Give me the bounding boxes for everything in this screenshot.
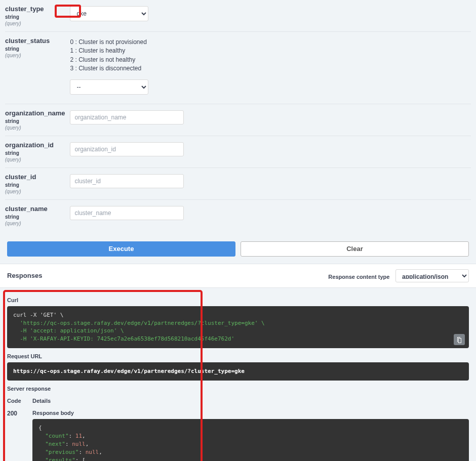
param-type: string [5, 214, 65, 220]
param-row-cluster_type: cluster_typestring(query)gke [5, 0, 471, 32]
param-description: 0 : Cluster is not provisioned1 : Cluste… [70, 38, 471, 73]
curl-heading: Curl [7, 297, 469, 303]
parameters-section: cluster_typestring(query)gkecluster_stat… [0, 0, 476, 236]
execute-button[interactable]: Execute [7, 241, 235, 257]
param-in: (query) [5, 221, 65, 226]
param-type: string [5, 14, 65, 20]
param-name: cluster_status [5, 37, 65, 45]
responses-header: Responses Response content type applicat… [0, 264, 476, 288]
response-code: 200 [7, 407, 32, 461]
param-in: (query) [5, 53, 65, 58]
cluster_id-input[interactable] [70, 174, 184, 188]
server-response-heading: Server response [7, 386, 469, 392]
content-type-select[interactable]: application/json [395, 269, 469, 282]
clear-button[interactable]: Clear [241, 241, 469, 257]
organization_name-input[interactable] [70, 110, 184, 124]
copy-curl-icon[interactable] [454, 334, 465, 345]
param-name: cluster_name [5, 205, 65, 213]
param-row-cluster_name: cluster_namestring(query) [5, 199, 471, 231]
code-column-header: Code [7, 395, 32, 407]
param-name: cluster_type [5, 5, 65, 13]
param-in: (query) [5, 125, 65, 131]
response-body-block: { "count": 11, "next": null, "previous":… [32, 419, 469, 461]
request-url-heading: Request URL [7, 353, 469, 359]
request-url-block: https://qc-ops.stage.rafay.dev/edge/v1/p… [7, 362, 469, 381]
param-row-cluster_id: cluster_idstring(query) [5, 167, 471, 199]
content-type-label: Response content type [328, 274, 389, 280]
server-response-table: Code Details 200 Response body { "count"… [7, 395, 469, 461]
response-body-heading: Response body [32, 410, 469, 416]
curl-code-block: curl -X 'GET' \ 'https://qc-ops.stage.ra… [7, 306, 469, 349]
cluster_status-select[interactable]: -- [70, 79, 148, 95]
param-in: (query) [5, 157, 65, 162]
responses-label: Responses [7, 272, 42, 279]
organization_id-input[interactable] [70, 142, 184, 156]
param-row-cluster_status: cluster_statusstring(query)0 : Cluster i… [5, 32, 471, 104]
param-type: string [5, 150, 65, 156]
param-row-organization_name: organization_namestring(query) [5, 104, 471, 136]
param-type: string [5, 182, 65, 188]
param-name: cluster_id [5, 173, 65, 181]
param-type: string [5, 46, 65, 52]
param-in: (query) [5, 21, 65, 26]
param-row-organization_id: organization_idstring(query) [5, 136, 471, 167]
details-column-header: Details [32, 395, 469, 407]
param-name: organization_id [5, 141, 65, 149]
cluster_type-select[interactable]: gke [70, 6, 148, 21]
param-type: string [5, 118, 65, 124]
param-name: organization_name [5, 109, 65, 117]
cluster_name-input[interactable] [70, 206, 184, 220]
responses-area: Curl curl -X 'GET' \ 'https://qc-ops.sta… [0, 288, 476, 461]
param-in: (query) [5, 189, 65, 194]
action-buttons-row: Execute Clear [0, 236, 476, 264]
